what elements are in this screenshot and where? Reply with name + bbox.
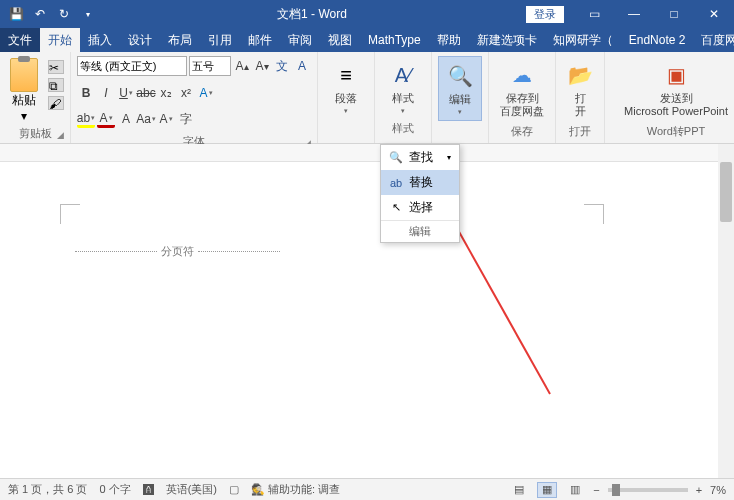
text-effects-button[interactable]: A▾ — [197, 84, 215, 102]
tab-review[interactable]: 审阅 — [280, 28, 320, 52]
paragraph-button[interactable]: ≡ 段落 ▾ — [324, 56, 368, 119]
char-border-button[interactable]: Aa▾ — [137, 110, 155, 128]
zoom-handle[interactable] — [612, 484, 620, 496]
dialog-launcher-icon[interactable]: ◢ — [57, 130, 64, 140]
italic-button[interactable]: I — [97, 84, 115, 102]
tab-mathtype[interactable]: MathType — [360, 28, 429, 52]
superscript-button[interactable]: x² — [177, 84, 195, 102]
scrollbar-thumb[interactable] — [720, 162, 732, 222]
tab-home[interactable]: 开始 — [40, 28, 80, 52]
baidu-group-label: 保存 — [495, 122, 549, 139]
maximize-icon[interactable]: □ — [654, 0, 694, 28]
font-name-combo[interactable] — [77, 56, 187, 76]
save-baidu-button[interactable]: ☁ 保存到 百度网盘 — [495, 56, 549, 122]
tab-mailings[interactable]: 邮件 — [240, 28, 280, 52]
word-count[interactable]: 0 个字 — [99, 482, 130, 497]
editing-button[interactable]: 🔍 编辑 ▾ — [438, 56, 482, 121]
read-mode-button[interactable]: ▤ — [509, 482, 529, 498]
tab-help[interactable]: 帮助 — [429, 28, 469, 52]
zoom-out-button[interactable]: − — [593, 484, 599, 496]
group-editing: 🔍 编辑 ▾ — [432, 52, 489, 143]
chevron-down-icon: ▾ — [344, 107, 348, 115]
open-button[interactable]: 📂 打 开 — [562, 56, 598, 122]
send-to-ppt-button[interactable]: ▣ 发送到 Microsoft PowerPoint — [611, 56, 734, 122]
select-menuitem[interactable]: ↖ 选择 — [381, 195, 459, 220]
web-layout-button[interactable]: ▥ — [565, 482, 585, 498]
vertical-scrollbar[interactable] — [718, 144, 734, 478]
redo-icon[interactable]: ↻ — [54, 4, 74, 24]
save-icon[interactable]: 💾 — [6, 4, 26, 24]
cursor-icon: ↖ — [389, 201, 403, 215]
editing-label: 编辑 — [449, 93, 471, 106]
document-area[interactable]: 分页符 — [0, 144, 734, 478]
tab-cnki[interactable]: 知网研学（ — [545, 28, 621, 52]
zoom-in-button[interactable]: + — [696, 484, 702, 496]
tab-insert[interactable]: 插入 — [80, 28, 120, 52]
page-corner-tr — [584, 204, 604, 224]
change-case-button[interactable]: A▾ — [157, 110, 175, 128]
phonetic-guide-button[interactable]: 文 — [273, 57, 291, 75]
tab-design[interactable]: 设计 — [120, 28, 160, 52]
clipboard-group-label: 剪贴板◢ — [6, 124, 64, 141]
font-color-button[interactable]: A▾ — [97, 110, 115, 128]
minimize-icon[interactable]: — — [614, 0, 654, 28]
subscript-button[interactable]: x₂ — [157, 84, 175, 102]
grow-font-button[interactable]: A▴ — [233, 57, 251, 75]
horizontal-ruler[interactable] — [0, 144, 734, 162]
chevron-right-icon: ▾ — [447, 153, 451, 162]
select-label: 选择 — [409, 199, 433, 216]
enclose-char-button[interactable]: 字 — [177, 110, 195, 128]
tab-newtab[interactable]: 新建选项卡 — [469, 28, 545, 52]
undo-icon[interactable]: ↶ — [30, 4, 50, 24]
tab-references[interactable]: 引用 — [200, 28, 240, 52]
language-status[interactable]: 英语(美国) — [166, 482, 217, 497]
replace-menuitem[interactable]: ab 替换 — [381, 170, 459, 195]
close-icon[interactable]: ✕ — [694, 0, 734, 28]
char-shading-button[interactable]: A — [117, 110, 135, 128]
page-break-label: 分页符 — [157, 244, 198, 259]
replace-icon: ab — [389, 176, 403, 190]
cut-button[interactable]: ✂ — [48, 60, 64, 74]
ribbon-options-icon[interactable]: ▭ — [574, 0, 614, 28]
tab-view[interactable]: 视图 — [320, 28, 360, 52]
zoom-level[interactable]: 7% — [710, 484, 726, 496]
tab-layout[interactable]: 布局 — [160, 28, 200, 52]
clear-format-button[interactable]: A — [293, 57, 311, 75]
group-clipboard: 粘贴 ▾ ✂ ⧉ 🖌 剪贴板◢ — [0, 52, 71, 143]
tab-file[interactable]: 文件 — [0, 28, 40, 52]
editing-dropdown: 🔍 查找 ▾ ab 替换 ↖ 选择 编辑 — [380, 144, 460, 243]
paste-icon — [10, 58, 38, 92]
underline-button[interactable]: U▾ — [117, 84, 135, 102]
chevron-down-icon: ▾ — [401, 107, 405, 115]
format-painter-button[interactable]: 🖌 — [48, 96, 64, 110]
strikethrough-button[interactable]: abc — [137, 84, 155, 102]
page-status[interactable]: 第 1 页，共 6 页 — [8, 482, 87, 497]
tab-baidu[interactable]: 百度网盘 — [693, 28, 734, 52]
chevron-down-icon: ▾ — [21, 109, 27, 123]
ppt-group-label: Word转PPT — [611, 122, 734, 139]
dropdown-section-label: 编辑 — [381, 220, 459, 242]
styles-label: 样式 — [392, 92, 414, 105]
chevron-down-icon: ▾ — [458, 108, 462, 116]
paragraph-label: 段落 — [335, 92, 357, 105]
tab-endnote[interactable]: EndNote 2 — [621, 28, 694, 52]
zoom-slider[interactable] — [608, 488, 688, 492]
copy-button[interactable]: ⧉ — [48, 78, 64, 92]
styles-button[interactable]: A⁄ 样式 ▾ — [381, 56, 425, 119]
highlight-button[interactable]: ab▾ — [77, 110, 95, 128]
status-bar: 第 1 页，共 6 页 0 个字 🅰 英语(美国) ▢ 🕵 辅助功能: 调查 ▤… — [0, 478, 734, 500]
paste-button[interactable]: 粘贴 ▾ — [6, 56, 42, 123]
find-menuitem[interactable]: 🔍 查找 ▾ — [381, 145, 459, 170]
shrink-font-button[interactable]: A▾ — [253, 57, 271, 75]
macro-icon[interactable]: ▢ — [229, 483, 239, 496]
search-icon: 🔍 — [445, 61, 475, 91]
qat-more-icon[interactable]: ▾ — [78, 4, 98, 24]
print-layout-button[interactable]: ▦ — [537, 482, 557, 498]
spellcheck-icon[interactable]: 🅰 — [143, 484, 154, 496]
font-size-combo[interactable] — [189, 56, 231, 76]
bold-button[interactable]: B — [77, 84, 95, 102]
accessibility-status[interactable]: 🕵 辅助功能: 调查 — [251, 482, 340, 497]
paste-label: 粘贴 — [12, 92, 36, 109]
login-button[interactable]: 登录 — [526, 6, 564, 23]
styles-icon: A⁄ — [388, 60, 418, 90]
